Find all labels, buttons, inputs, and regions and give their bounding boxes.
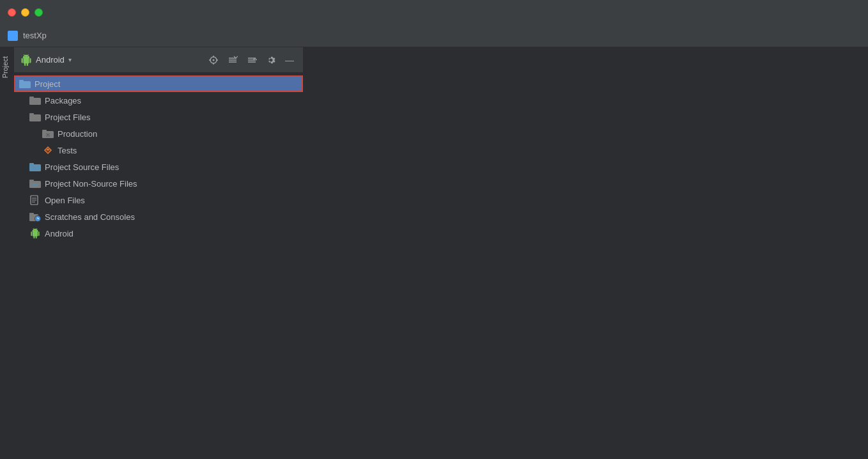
tree-item-scratches-label: Scratches and Consoles [45, 212, 135, 222]
tests-icon [42, 144, 54, 156]
svg-rect-24 [29, 164, 41, 171]
settings-button[interactable] [263, 53, 279, 67]
svg-rect-16 [29, 114, 41, 121]
gear-folder-icon [42, 128, 54, 139]
tree-item-production[interactable]: Production [14, 125, 303, 142]
svg-rect-14 [29, 98, 41, 105]
tree-item-tests[interactable]: Tests [14, 142, 303, 159]
main-content [303, 47, 868, 459]
svg-rect-35 [29, 213, 34, 215]
tree-item-project[interactable]: Project [14, 75, 303, 92]
svg-rect-27 [29, 180, 34, 182]
folder-blue-icon [19, 78, 31, 89]
tree-item-scratches-and-consoles[interactable]: Scratches and Consoles [14, 208, 303, 225]
tree-item-packages-label: Packages [45, 96, 81, 105]
tree-item-packages[interactable]: Packages [14, 92, 303, 109]
svg-point-1 [213, 59, 215, 61]
android-tree-icon [29, 228, 41, 239]
maximize-button[interactable] [35, 8, 43, 17]
tree-item-project-files-label: Project Files [45, 113, 91, 122]
android-toolbar-title-area: Android ▾ [20, 54, 203, 66]
folder-mixed-icon [29, 178, 41, 189]
locate-button[interactable] [206, 53, 221, 67]
tree-item-android[interactable]: Android [14, 225, 303, 242]
folder-dark2-icon [29, 111, 41, 123]
toolbar-actions: — [206, 53, 297, 67]
project-tree[interactable]: Project Packages [14, 73, 303, 459]
tree-item-project-files[interactable]: Project Files [14, 109, 303, 125]
title-bar [0, 0, 868, 24]
tree-item-project-non-source-files[interactable]: Project Non-Source Files [14, 175, 303, 192]
project-tab-label[interactable]: Project [0, 54, 10, 81]
collapse-all-button[interactable] [225, 53, 240, 67]
svg-rect-12 [19, 81, 31, 88]
window-icon [8, 31, 18, 41]
main-layout: Project Android ▾ [0, 47, 868, 459]
locate-icon [208, 55, 219, 65]
tree-item-android-label: Android [45, 229, 74, 238]
tree-item-tests-label: Tests [58, 146, 77, 155]
folder-blue2-icon [29, 161, 41, 173]
window-title: testXp [23, 31, 47, 40]
tree-item-project-non-source-files-label: Project Non-Source Files [45, 179, 137, 189]
svg-rect-13 [19, 80, 24, 82]
open-files-icon [29, 194, 41, 206]
collapse-all-icon [228, 55, 238, 65]
minimize-sidebar-button[interactable]: — [283, 54, 297, 66]
minimize-button[interactable] [21, 8, 29, 17]
tree-item-open-files-label: Open Files [45, 196, 85, 205]
svg-rect-25 [29, 163, 34, 165]
vertical-tab[interactable]: Project [0, 47, 14, 459]
scratches-icon [29, 211, 41, 222]
sidebar: Android ▾ [14, 47, 303, 459]
dropdown-arrow-icon[interactable]: ▾ [68, 56, 72, 63]
window-title-bar: testXp [0, 24, 868, 47]
expand-button[interactable] [244, 53, 260, 67]
tree-item-open-files[interactable]: Open Files [14, 192, 303, 208]
svg-rect-17 [29, 113, 34, 115]
tree-item-project-source-files-label: Project Source Files [45, 162, 119, 172]
sidebar-toolbar-title: Android [36, 55, 65, 65]
android-icon [20, 54, 32, 66]
svg-rect-15 [29, 97, 34, 98]
tree-item-project-source-files[interactable]: Project Source Files [14, 159, 303, 175]
sidebar-toolbar: Android ▾ [14, 47, 303, 73]
minimize-icon: — [285, 56, 294, 65]
svg-rect-19 [42, 130, 47, 132]
tree-item-project-label: Project [35, 79, 60, 89]
settings-icon [266, 55, 276, 65]
tree-item-production-label: Production [58, 129, 97, 139]
folder-dark-icon [29, 95, 41, 106]
expand-icon [247, 55, 257, 65]
close-button[interactable] [8, 8, 16, 17]
